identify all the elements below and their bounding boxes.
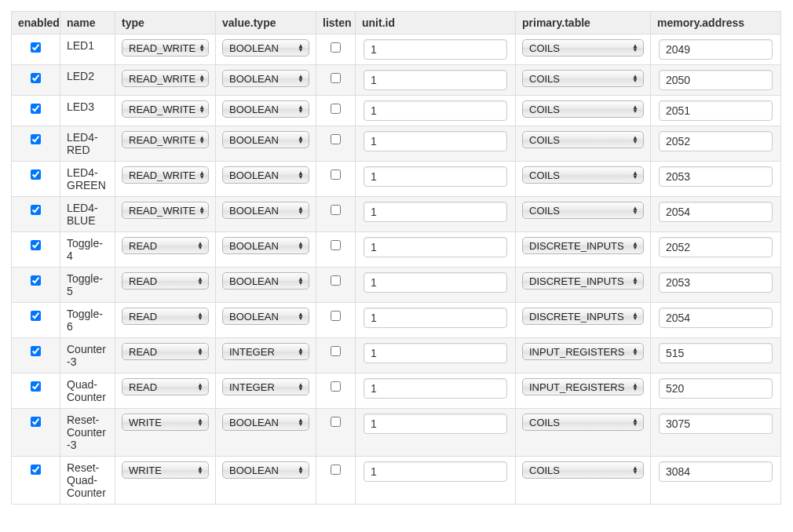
- enabled-checkbox[interactable]: [31, 381, 41, 392]
- memory-address-input[interactable]: [659, 202, 773, 222]
- listen-checkbox[interactable]: [331, 42, 341, 53]
- type-select[interactable]: READ▲▼: [122, 237, 209, 254]
- primary-table-select[interactable]: COILS▲▼: [522, 39, 644, 56]
- type-select[interactable]: READ▲▼: [122, 308, 209, 325]
- memory-address-input[interactable]: [659, 378, 773, 399]
- unit-id-input[interactable]: [364, 414, 507, 434]
- unit-id-input[interactable]: [364, 70, 507, 90]
- primary-table-select[interactable]: COILS▲▼: [522, 414, 644, 431]
- memory-address-input[interactable]: [659, 414, 773, 434]
- unit-id-input[interactable]: [364, 378, 507, 399]
- memory-address-input[interactable]: [659, 70, 773, 90]
- listen-checkbox[interactable]: [331, 205, 341, 215]
- value-type-select[interactable]: INTEGER▲▼: [222, 378, 309, 395]
- primary-table-select[interactable]: COILS▲▼: [522, 202, 644, 219]
- value-type-select[interactable]: INTEGER▲▼: [222, 343, 309, 360]
- updown-icon: ▲▼: [298, 466, 304, 474]
- unit-id-input[interactable]: [364, 131, 507, 151]
- listen-checkbox[interactable]: [331, 169, 341, 180]
- updown-icon: ▲▼: [632, 383, 638, 391]
- unit-id-input[interactable]: [364, 343, 507, 363]
- memory-address-input[interactable]: [659, 461, 773, 482]
- unit-id-input[interactable]: [364, 308, 507, 328]
- listen-checkbox[interactable]: [331, 73, 341, 83]
- listen-checkbox[interactable]: [331, 417, 341, 427]
- unit-id-input[interactable]: [364, 39, 507, 60]
- primary-table-select[interactable]: COILS▲▼: [522, 131, 644, 148]
- updown-icon: ▲▼: [632, 348, 638, 355]
- col-enabled: enabled: [12, 12, 60, 35]
- listen-checkbox[interactable]: [331, 346, 341, 356]
- memory-address-input[interactable]: [659, 343, 773, 363]
- primary-table-select[interactable]: INPUT_REGISTERS▲▼: [522, 343, 644, 360]
- enabled-checkbox[interactable]: [31, 346, 41, 356]
- listen-checkbox[interactable]: [331, 465, 341, 475]
- primary-table-select[interactable]: COILS▲▼: [522, 461, 644, 479]
- enabled-checkbox[interactable]: [31, 73, 41, 83]
- value-type-select[interactable]: BOOLEAN▲▼: [222, 39, 309, 56]
- value-type-select[interactable]: BOOLEAN▲▼: [222, 131, 309, 148]
- memory-address-input[interactable]: [659, 308, 773, 328]
- primary-table-select[interactable]: COILS▲▼: [522, 70, 644, 87]
- listen-checkbox[interactable]: [331, 275, 341, 286]
- listen-checkbox[interactable]: [331, 381, 341, 392]
- primary-table-select[interactable]: COILS▲▼: [522, 166, 644, 184]
- type-select[interactable]: WRITE▲▼: [122, 414, 209, 431]
- memory-address-input[interactable]: [659, 39, 773, 60]
- type-select[interactable]: READ_WRITE▲▼: [122, 70, 209, 87]
- memory-address-input[interactable]: [659, 237, 773, 257]
- type-select[interactable]: READ_WRITE▲▼: [122, 166, 209, 184]
- listen-checkbox[interactable]: [331, 311, 341, 321]
- value-type-select[interactable]: BOOLEAN▲▼: [222, 237, 309, 254]
- type-select[interactable]: READ_WRITE▲▼: [122, 131, 209, 148]
- value-type-select[interactable]: BOOLEAN▲▼: [222, 70, 309, 87]
- value-type-select[interactable]: BOOLEAN▲▼: [222, 272, 309, 290]
- enabled-checkbox[interactable]: [31, 465, 41, 475]
- unit-id-input[interactable]: [364, 237, 507, 257]
- value-type-select[interactable]: BOOLEAN▲▼: [222, 461, 309, 479]
- primary-table-select[interactable]: INPUT_REGISTERS▲▼: [522, 378, 644, 395]
- enabled-checkbox[interactable]: [31, 275, 41, 286]
- enabled-checkbox[interactable]: [31, 417, 41, 427]
- updown-icon: ▲▼: [298, 105, 304, 113]
- type-select[interactable]: READ▲▼: [122, 272, 209, 290]
- unit-id-input[interactable]: [364, 272, 507, 293]
- value-type-select[interactable]: BOOLEAN▲▼: [222, 202, 309, 219]
- type-select[interactable]: READ_WRITE▲▼: [122, 202, 209, 219]
- memory-address-input[interactable]: [659, 131, 773, 151]
- type-select[interactable]: READ▲▼: [122, 378, 209, 395]
- enabled-checkbox[interactable]: [31, 42, 41, 53]
- value-type-select[interactable]: BOOLEAN▲▼: [222, 100, 309, 118]
- enabled-checkbox[interactable]: [31, 240, 41, 250]
- value-type-select[interactable]: BOOLEAN▲▼: [222, 414, 309, 431]
- enabled-checkbox[interactable]: [31, 205, 41, 215]
- type-select[interactable]: READ▲▼: [122, 343, 209, 360]
- value-type-select[interactable]: BOOLEAN▲▼: [222, 308, 309, 325]
- listen-checkbox[interactable]: [331, 104, 341, 114]
- unit-id-input[interactable]: [364, 100, 507, 121]
- type-select-value: READ: [129, 311, 157, 322]
- value-type-select-value: BOOLEAN: [229, 417, 279, 428]
- value-type-select[interactable]: BOOLEAN▲▼: [222, 166, 309, 184]
- listen-checkbox[interactable]: [331, 134, 341, 144]
- memory-address-input[interactable]: [659, 100, 773, 121]
- unit-id-input[interactable]: [364, 202, 507, 222]
- primary-table-select[interactable]: DISCRETE_INPUTS▲▼: [522, 237, 644, 254]
- primary-table-select[interactable]: COILS▲▼: [522, 100, 644, 118]
- primary-table-select[interactable]: DISCRETE_INPUTS▲▼: [522, 272, 644, 290]
- updown-icon: ▲▼: [199, 105, 205, 113]
- enabled-checkbox[interactable]: [31, 311, 41, 321]
- value-type-select-value: INTEGER: [229, 346, 275, 358]
- unit-id-input[interactable]: [364, 461, 507, 482]
- listen-checkbox[interactable]: [331, 240, 341, 250]
- type-select[interactable]: READ_WRITE▲▼: [122, 39, 209, 56]
- enabled-checkbox[interactable]: [31, 104, 41, 114]
- unit-id-input[interactable]: [364, 166, 507, 187]
- primary-table-select[interactable]: DISCRETE_INPUTS▲▼: [522, 308, 644, 325]
- type-select[interactable]: READ_WRITE▲▼: [122, 100, 209, 118]
- memory-address-input[interactable]: [659, 166, 773, 187]
- enabled-checkbox[interactable]: [31, 169, 41, 180]
- type-select[interactable]: WRITE▲▼: [122, 461, 209, 479]
- enabled-checkbox[interactable]: [31, 134, 41, 144]
- memory-address-input[interactable]: [659, 272, 773, 293]
